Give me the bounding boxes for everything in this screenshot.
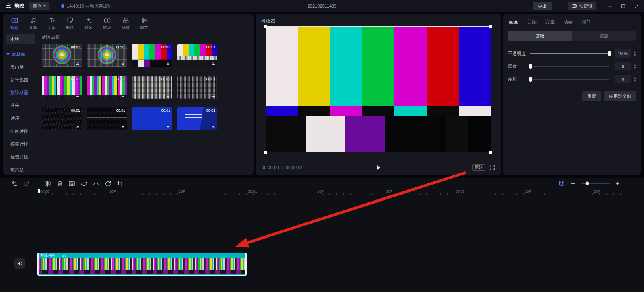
sidebar-item-素材库[interactable]: 素材库 xyxy=(3,48,39,60)
slider-track[interactable] xyxy=(530,79,609,80)
maximize-button[interactable] xyxy=(621,4,626,9)
download-icon[interactable] xyxy=(211,60,216,66)
library-item[interactable]: 00:01 xyxy=(132,44,172,67)
media-tab-音频[interactable]: 音频 xyxy=(24,15,42,32)
library-item[interactable]: 00:01 xyxy=(177,44,217,67)
minimize-button[interactable] xyxy=(607,4,613,9)
library-item[interactable]: 00:01 xyxy=(42,107,82,130)
delete-button[interactable] xyxy=(56,180,63,187)
download-icon[interactable] xyxy=(165,124,171,129)
selection-handle[interactable] xyxy=(264,151,267,154)
zoom-in-button[interactable] xyxy=(615,181,621,187)
split-button[interactable] xyxy=(44,180,51,187)
selection-handle[interactable] xyxy=(264,25,267,28)
slider-knob[interactable] xyxy=(529,64,532,69)
stepper-up-icon[interactable] xyxy=(634,64,636,66)
timeline-ruler[interactable]: 00:0010F20F00:0110F20F00:0210F20F xyxy=(0,189,644,195)
media-tab-滤镜[interactable]: 滤镜 xyxy=(117,15,134,32)
download-icon[interactable] xyxy=(165,92,171,97)
props-tab-调节[interactable]: 调节 xyxy=(581,19,591,25)
media-tab-视频[interactable]: 视频 xyxy=(6,15,23,32)
timeline-clip[interactable]: 故障动画 1.0s xyxy=(37,253,247,276)
sidebar-item-配音片段[interactable]: 配音片段 xyxy=(3,150,39,163)
props-tab-画面[interactable]: 画面 xyxy=(509,19,518,25)
download-icon[interactable] xyxy=(75,60,80,66)
undo-button[interactable] xyxy=(11,180,18,187)
value-stepper[interactable] xyxy=(634,64,636,69)
slider-knob[interactable] xyxy=(529,77,532,82)
library-item[interactable]: 00:01 xyxy=(132,76,172,99)
library-item[interactable]: 00:01 xyxy=(42,76,82,99)
close-button[interactable] xyxy=(634,4,639,9)
props-tab-动画[interactable]: 动画 xyxy=(563,19,573,25)
value-stepper[interactable] xyxy=(634,51,636,56)
sidebar-item-故障动画[interactable]: 故障动画 xyxy=(3,86,39,99)
slider-knob[interactable] xyxy=(608,51,611,56)
sidebar-item-本地[interactable]: 本地 xyxy=(6,34,35,44)
media-tab-文本[interactable]: 文本 xyxy=(43,15,60,32)
reverse-button[interactable] xyxy=(80,180,87,187)
zoom-slider[interactable] xyxy=(581,183,610,184)
ratio-button[interactable]: 原始 xyxy=(472,164,485,171)
mirror-button[interactable] xyxy=(93,180,99,187)
sidebar-item-黑白场[interactable]: 黑白场 xyxy=(3,60,39,73)
rotate-button[interactable] xyxy=(105,180,111,187)
shortcut-button[interactable]: 快捷键 xyxy=(568,2,596,10)
download-icon[interactable] xyxy=(211,124,216,129)
download-icon[interactable] xyxy=(120,92,126,97)
subtab-基础[interactable]: 基础 xyxy=(508,31,572,41)
playhead-handle[interactable] xyxy=(38,189,40,193)
export-button[interactable]: 导出 xyxy=(533,2,552,10)
media-tab-贴纸[interactable]: 贴纸 xyxy=(61,15,79,32)
media-tab-转场[interactable]: 转场 xyxy=(98,15,116,32)
stepper-up-icon[interactable] xyxy=(634,51,636,53)
media-tab-调节[interactable]: 调节 xyxy=(135,15,153,32)
video-preview[interactable] xyxy=(266,26,491,152)
download-icon[interactable] xyxy=(120,124,126,129)
apply-all-button[interactable]: 应用到全部 xyxy=(604,91,636,101)
stepper-up-icon[interactable] xyxy=(634,77,636,79)
props-tab-变速[interactable]: 变速 xyxy=(545,19,555,25)
sidebar-item-片头[interactable]: 片头 xyxy=(3,99,39,112)
library-item[interactable]: 00:01 xyxy=(177,107,217,130)
sidebar-item-时间片段[interactable]: 时间片段 xyxy=(3,125,39,138)
library-item[interactable]: 00:01 xyxy=(42,44,82,67)
sidebar-item-蒸汽波[interactable]: 蒸汽波 xyxy=(3,163,39,175)
download-icon[interactable] xyxy=(165,60,171,66)
redo-button[interactable] xyxy=(23,180,30,187)
crop-button[interactable] xyxy=(117,180,124,187)
library-item[interactable]: 00:01 xyxy=(177,76,217,99)
download-icon[interactable] xyxy=(120,60,126,66)
slider-track[interactable] xyxy=(530,53,609,54)
slider-track[interactable] xyxy=(530,66,609,67)
subtab-蒙版[interactable]: 蒙版 xyxy=(572,31,636,41)
library-item[interactable]: 00:01 xyxy=(87,107,127,130)
track-mute-button[interactable] xyxy=(14,258,25,269)
props-tab-音频[interactable]: 音频 xyxy=(527,19,537,25)
stepper-down-icon[interactable] xyxy=(634,54,636,56)
sidebar-item-新年氛围[interactable]: 新年氛围 xyxy=(3,73,39,86)
library-item[interactable]: 00:01 xyxy=(87,76,127,99)
reset-button[interactable]: 重置 xyxy=(582,91,601,101)
play-button[interactable] xyxy=(375,164,382,171)
library-item[interactable]: 00:01 xyxy=(132,107,172,130)
stepper-down-icon[interactable] xyxy=(634,80,636,82)
download-icon[interactable] xyxy=(75,92,80,97)
playhead[interactable] xyxy=(39,189,39,288)
menu-button[interactable]: 菜单 xyxy=(29,2,49,10)
selection-handle[interactable] xyxy=(489,151,492,154)
value-stepper[interactable] xyxy=(634,77,636,82)
download-icon[interactable] xyxy=(75,124,80,129)
sidebar-item-片尾[interactable]: 片尾 xyxy=(3,112,39,125)
snap-magnet-button[interactable] xyxy=(558,180,565,187)
selection-handle[interactable] xyxy=(489,25,492,28)
zoom-slider-knob[interactable] xyxy=(586,182,589,185)
media-tab-特效[interactable]: 特效 xyxy=(80,15,97,32)
zoom-out-button[interactable] xyxy=(570,181,576,187)
library-item[interactable]: 00:01 xyxy=(87,44,127,67)
sidebar-item-搞笑片段[interactable]: 搞笑片段 xyxy=(3,138,39,150)
freeze-button[interactable] xyxy=(68,180,75,187)
download-icon[interactable] xyxy=(211,92,216,97)
stepper-down-icon[interactable] xyxy=(634,67,636,69)
fullscreen-button[interactable] xyxy=(489,165,495,170)
